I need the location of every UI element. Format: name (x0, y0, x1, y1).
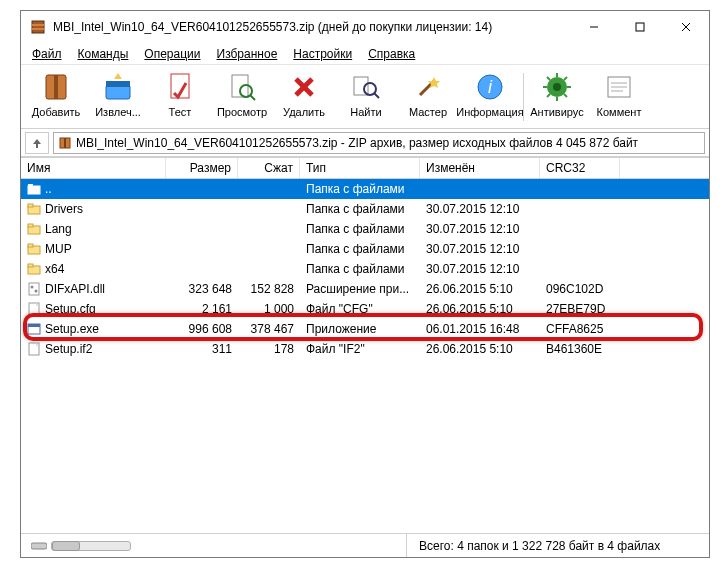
cell-packed: 378 467 (238, 322, 300, 336)
table-row[interactable]: LangПапка с файлами30.07.2015 12:10 (21, 219, 709, 239)
window-title: MBI_Intel_Win10_64_VER604101252655573.zi… (53, 20, 571, 34)
svg-line-31 (564, 77, 567, 80)
menu-operations[interactable]: Операции (137, 45, 207, 63)
file-icon (27, 202, 41, 216)
col-name[interactable]: Имя (21, 158, 166, 178)
file-name: x64 (45, 262, 64, 276)
svg-rect-8 (54, 75, 58, 99)
svg-rect-44 (28, 224, 33, 227)
svg-line-14 (250, 95, 255, 100)
progress-track (51, 541, 131, 551)
svg-rect-48 (28, 264, 33, 267)
menu-favorites[interactable]: Избранное (210, 45, 285, 63)
col-packed[interactable]: Сжат (238, 158, 300, 178)
cell-modified: 26.06.2015 5:10 (420, 282, 540, 296)
svg-point-24 (553, 83, 561, 91)
svg-line-19 (374, 93, 379, 98)
path-field[interactable]: MBI_Intel_Win10_64_VER604101252655573.zi… (53, 132, 705, 154)
cell-type: Приложение (300, 322, 420, 336)
svg-point-50 (31, 286, 34, 289)
svg-rect-1 (32, 24, 44, 26)
cell-size: 323 648 (166, 282, 238, 296)
test-button[interactable]: Тест (149, 67, 211, 127)
search-icon (349, 70, 383, 104)
maximize-button[interactable] (617, 11, 663, 43)
cell-type: Папка с файлами (300, 182, 420, 196)
cell-modified: 06.01.2015 16:48 (420, 322, 540, 336)
table-row[interactable]: x64Папка с файлами30.07.2015 12:10 (21, 259, 709, 279)
svg-rect-49 (29, 283, 39, 295)
menu-commands[interactable]: Команды (71, 45, 136, 63)
up-button[interactable] (25, 132, 49, 154)
archive-small-icon (58, 136, 72, 150)
menu-settings[interactable]: Настройки (286, 45, 359, 63)
info-button[interactable]: i Информация (459, 67, 521, 127)
wizard-button[interactable]: Мастер (397, 67, 459, 127)
svg-line-29 (547, 77, 550, 80)
table-row[interactable]: Setup.exe996 608378 467Приложение06.01.2… (21, 319, 709, 339)
antivirus-button[interactable]: Антивирус (526, 67, 588, 127)
status-right: Всего: 4 папок и 1 322 728 байт в 4 файл… (407, 539, 703, 553)
disk-icon (31, 541, 47, 551)
col-type[interactable]: Тип (300, 158, 420, 178)
cell-modified: 30.07.2015 12:10 (420, 222, 540, 236)
svg-line-32 (547, 94, 550, 97)
add-button[interactable]: Добавить (25, 67, 87, 127)
table-row[interactable]: Setup.cfg2 1611 000Файл "CFG"26.06.2015 … (21, 299, 709, 319)
cell-packed: 1 000 (238, 302, 300, 316)
file-icon (27, 222, 41, 236)
app-window: MBI_Intel_Win10_64_VER604101252655573.zi… (20, 10, 710, 558)
file-name: Drivers (45, 202, 83, 216)
cell-type: Файл "CFG" (300, 302, 420, 316)
titlebar[interactable]: MBI_Intel_Win10_64_VER604101252655573.zi… (21, 11, 709, 43)
file-icon (27, 322, 41, 336)
cell-modified: 26.06.2015 5:10 (420, 302, 540, 316)
file-icon (27, 262, 41, 276)
svg-line-30 (564, 94, 567, 97)
cell-size: 996 608 (166, 322, 238, 336)
menu-bar: Файл Команды Операции Избранное Настройк… (21, 43, 709, 65)
table-row[interactable]: DIFxAPI.dll323 648152 828Расширение при.… (21, 279, 709, 299)
col-crc[interactable]: CRC32 (540, 158, 620, 178)
cell-modified: 26.06.2015 5:10 (420, 342, 540, 356)
table-row[interactable]: DriversПапка с файлами30.07.2015 12:10 (21, 199, 709, 219)
winrar-icon (29, 18, 47, 36)
extract-button[interactable]: Извлеч... (87, 67, 149, 127)
comment-icon (602, 70, 636, 104)
extract-icon (101, 70, 135, 104)
delete-icon (287, 70, 321, 104)
close-button[interactable] (663, 11, 709, 43)
minimize-button[interactable] (571, 11, 617, 43)
cell-crc: 27EBE79D (540, 302, 620, 316)
comment-button[interactable]: Коммент (588, 67, 650, 127)
svg-rect-4 (636, 23, 644, 31)
cell-type: Расширение при... (300, 282, 420, 296)
file-name: Setup.cfg (45, 302, 96, 316)
delete-button[interactable]: Удалить (273, 67, 335, 127)
view-icon (225, 70, 259, 104)
table-row[interactable]: ..Папка с файлами (21, 179, 709, 199)
table-row[interactable]: MUPПапка с файлами30.07.2015 12:10 (21, 239, 709, 259)
svg-rect-54 (28, 324, 40, 327)
table-row[interactable]: Setup.if2311178Файл "IF2"26.06.2015 5:10… (21, 339, 709, 359)
col-modified[interactable]: Изменён (420, 158, 540, 178)
test-icon (163, 70, 197, 104)
progress-thumb (52, 541, 80, 551)
window-controls (571, 11, 709, 43)
file-icon (27, 242, 41, 256)
svg-point-51 (35, 290, 38, 293)
file-name: DIFxAPI.dll (45, 282, 105, 296)
svg-rect-40 (28, 184, 33, 187)
cell-crc: B461360E (540, 342, 620, 356)
svg-rect-56 (31, 543, 47, 549)
cell-packed: 152 828 (238, 282, 300, 296)
view-button[interactable]: Просмотр (211, 67, 273, 127)
column-headers: Имя Размер Сжат Тип Изменён CRC32 (21, 157, 709, 179)
file-list[interactable]: ..Папка с файламиDriversПапка с файлами3… (21, 179, 709, 533)
find-button[interactable]: Найти (335, 67, 397, 127)
menu-help[interactable]: Справка (361, 45, 422, 63)
svg-rect-0 (32, 21, 44, 33)
cell-type: Папка с файлами (300, 242, 420, 256)
menu-file[interactable]: Файл (25, 45, 69, 63)
col-size[interactable]: Размер (166, 158, 238, 178)
